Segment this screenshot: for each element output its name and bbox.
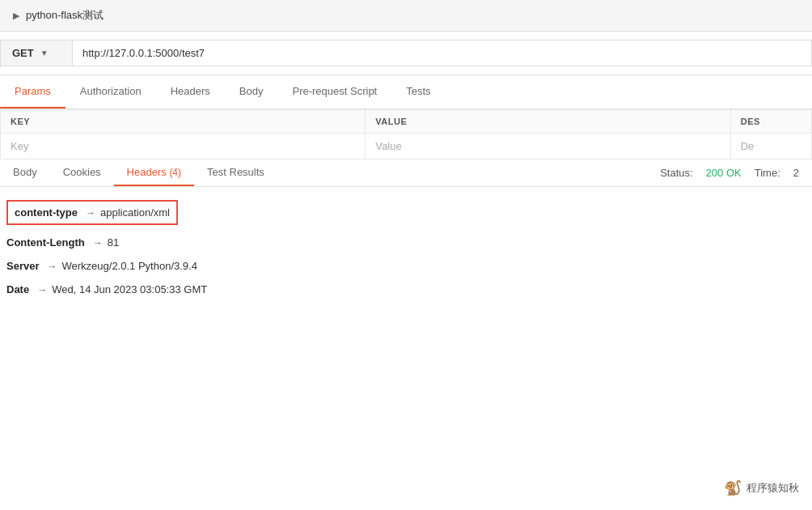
status-value: 200 OK <box>706 167 742 179</box>
method-select[interactable]: GET ▼ <box>0 40 73 66</box>
time-value: 2 <box>793 167 799 179</box>
desc-cell[interactable]: De <box>730 134 811 159</box>
header-arrow-1: → <box>93 237 103 249</box>
header-value-content-length: 81 <box>108 236 119 249</box>
table-row: Key Value De <box>1 134 812 159</box>
col-header-desc: DES <box>730 110 811 134</box>
watermark: 🐒 程序猿知秋 <box>724 479 799 497</box>
response-content: content-type → application/xml Content-L… <box>0 187 812 320</box>
watermark-text: 程序猿知秋 <box>746 481 799 495</box>
tab-params[interactable]: Params <box>0 75 66 108</box>
top-bar: ▶ python-flask测试 <box>0 0 812 32</box>
header-arrow-3: → <box>37 284 47 295</box>
status-bar: Status: 200 OK Time: 2 <box>647 160 812 185</box>
response-tabs-row: Body Cookies Headers (4) Test Results St… <box>0 159 812 187</box>
collapse-arrow-icon[interactable]: ▶ <box>13 11 19 21</box>
collection-title: python-flask测试 <box>26 8 104 23</box>
header-row-content-length: Content-Length → 81 <box>6 236 806 249</box>
response-tab-body[interactable]: Body <box>0 159 50 186</box>
tab-headers[interactable]: Headers <box>156 75 225 108</box>
value-cell[interactable]: Value <box>366 134 730 159</box>
url-bar: GET ▼ <box>0 32 812 75</box>
params-table: KEY VALUE DES Key Value De <box>0 109 812 159</box>
header-row-date: Date → Wed, 14 Jun 2023 03:05:33 GMT <box>6 283 806 295</box>
method-chevron-icon: ▼ <box>40 49 49 57</box>
time-label: Time: <box>755 167 780 179</box>
watermark-icon: 🐒 <box>724 479 742 497</box>
url-input[interactable] <box>73 40 812 66</box>
request-tabs: Params Authorization Headers Body Pre-re… <box>0 75 812 109</box>
header-row-content-type: content-type → application/xml <box>6 200 178 225</box>
header-value-date: Wed, 14 Jun 2023 03:05:33 GMT <box>52 283 207 295</box>
header-value-content-type: application/xml <box>100 206 170 219</box>
tab-pre-request-script[interactable]: Pre-request Script <box>277 75 391 108</box>
headers-badge: (4) <box>169 167 181 178</box>
header-key-content-type: content-type <box>15 206 78 219</box>
response-tab-test-results[interactable]: Test Results <box>194 159 277 186</box>
response-tab-headers[interactable]: Headers (4) <box>114 159 194 186</box>
tab-authorization[interactable]: Authorization <box>66 75 156 108</box>
tab-body[interactable]: Body <box>225 75 278 108</box>
header-key-server: Server <box>6 260 39 272</box>
response-tab-headers-label: Headers <box>127 166 167 178</box>
status-label: Status: <box>660 167 692 179</box>
method-label: GET <box>12 47 34 59</box>
header-row-server: Server → Werkzeug/2.0.1 Python/3.9.4 <box>6 260 806 272</box>
response-tab-cookies[interactable]: Cookies <box>50 159 114 186</box>
header-key-date: Date <box>6 283 29 295</box>
header-arrow-0: → <box>86 207 95 219</box>
key-cell[interactable]: Key <box>1 134 366 159</box>
header-key-content-length: Content-Length <box>6 236 85 249</box>
tab-tests[interactable]: Tests <box>391 75 445 108</box>
col-header-value: VALUE <box>366 110 730 134</box>
header-value-server: Werkzeug/2.0.1 Python/3.9.4 <box>61 260 197 272</box>
col-header-key: KEY <box>1 110 366 134</box>
header-arrow-2: → <box>47 261 57 272</box>
response-tabs-left: Body Cookies Headers (4) Test Results <box>0 159 277 186</box>
